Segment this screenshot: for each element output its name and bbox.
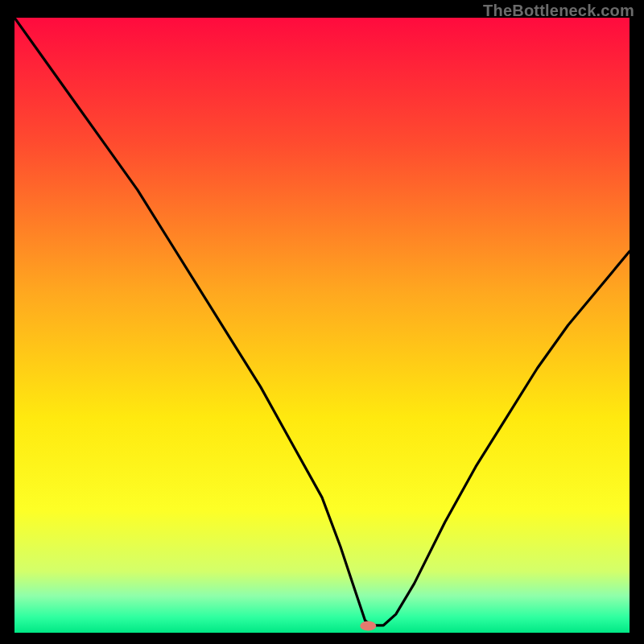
bottleneck-chart: [14, 18, 630, 633]
plot-background: [14, 18, 630, 633]
chart-stage: TheBottleneck.com: [0, 0, 644, 644]
minimum-marker: [360, 621, 376, 631]
